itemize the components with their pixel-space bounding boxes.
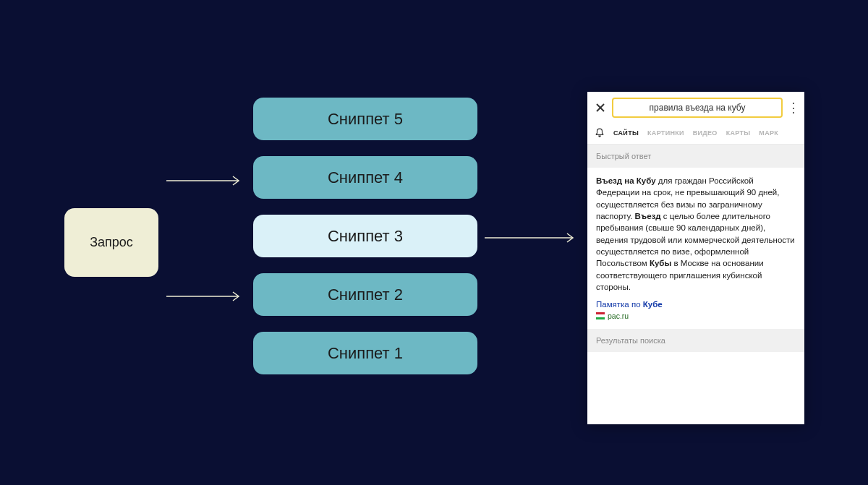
arrow-snippet3-to-phone (485, 231, 580, 245)
phone-mockup: правила въезда на кубу ⋮ САЙТЫ КАРТИНКИ … (587, 92, 804, 424)
snippet-label: Сниппет 4 (328, 168, 403, 187)
snippet-3: Сниппет 3 (253, 215, 477, 257)
tab-sites[interactable]: САЙТЫ (613, 129, 639, 137)
snippet-label: Сниппет 5 (328, 110, 403, 129)
quick-answer-body: Въезд на Кубу для граждан Российской Фед… (587, 168, 804, 299)
query-label: Запрос (90, 235, 133, 250)
answer-bold-2: Въезд (635, 212, 661, 220)
phone-tabs: САЙТЫ КАРТИНКИ ВИДЕО КАРТЫ МАРК (587, 124, 804, 145)
snippet-label: Сниппет 2 (328, 286, 403, 304)
tab-market[interactable]: МАРК (759, 129, 778, 137)
close-icon[interactable] (593, 100, 608, 115)
query-box: Запрос (64, 208, 158, 277)
answer-bold-1: Въезд на Кубу (596, 176, 656, 185)
snippet-label: Сниппет 3 (328, 227, 403, 246)
snippet-1: Сниппет 1 (253, 332, 477, 374)
snippet-label: Сниппет 1 (328, 344, 403, 363)
link-prefix: Памятка по (596, 300, 643, 309)
snippet-5: Сниппет 5 (253, 98, 477, 140)
tab-video[interactable]: ВИДЕО (693, 129, 718, 137)
tab-images[interactable]: КАРТИНКИ (647, 129, 684, 137)
snippet-4: Сниппет 4 (253, 156, 477, 199)
link-bold: Кубе (643, 300, 663, 309)
arrow-query-to-snippet2 (166, 289, 246, 304)
answer-bold-3: Кубы (650, 259, 671, 267)
arrow-query-to-snippet4 (166, 173, 246, 188)
favicon-icon (596, 312, 605, 319)
site-domain: pac.ru (608, 312, 629, 320)
more-icon[interactable]: ⋮ (787, 101, 799, 114)
results-header: Результаты поиска (587, 329, 804, 352)
answer-source-link[interactable]: Памятка по Кубе (587, 299, 804, 312)
tab-maps[interactable]: КАРТЫ (726, 129, 751, 137)
phone-search-bar: правила въезда на кубу ⋮ (587, 92, 804, 124)
snippet-2: Сниппет 2 (253, 273, 477, 316)
search-input[interactable]: правила въезда на кубу (612, 98, 783, 118)
bell-icon[interactable] (595, 128, 605, 138)
snippet-stack: Сниппет 5 Сниппет 4 Сниппет 3 Сниппет 2 … (253, 98, 477, 374)
quick-answer-header: Быстрый ответ (587, 145, 804, 168)
answer-source-site[interactable]: pac.ru (587, 312, 804, 329)
